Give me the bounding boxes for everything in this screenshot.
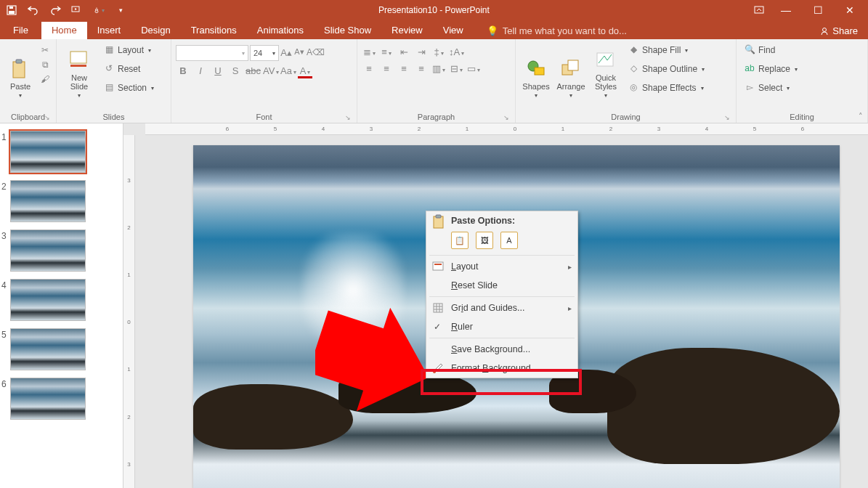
undo-icon[interactable]	[28, 4, 39, 16]
clear-formatting-icon[interactable]: A⌫	[307, 47, 318, 59]
align-right-button[interactable]: ≡	[397, 63, 411, 74]
tab-transitions[interactable]: Transitions	[181, 22, 247, 39]
change-case-button[interactable]: Aa	[280, 65, 295, 78]
shape-fill-button[interactable]: ◆Shape Fill▾	[625, 42, 707, 58]
font-color-button[interactable]: A	[298, 65, 312, 78]
svg-rect-14	[597, 53, 613, 66]
start-from-beginning-icon[interactable]	[71, 4, 83, 16]
slide-thumbnail[interactable]: 6	[10, 378, 113, 420]
format-painter-icon[interactable]: 🖌	[39, 74, 51, 86]
tell-me-search[interactable]: 💡 Tell me what you want to do...	[481, 23, 633, 39]
replace-button[interactable]: abReplace▾	[741, 61, 800, 77]
paste-text-icon[interactable]: A	[500, 232, 518, 249]
customize-qat-icon[interactable]: ▾	[115, 4, 126, 16]
align-center-button[interactable]: ≡	[379, 63, 394, 74]
editing-group-label: Editing	[741, 111, 863, 123]
slide-thumbnail-panel[interactable]: 1 2 3 4 5 6	[0, 123, 123, 488]
paste-button[interactable]: Paste ▾	[4, 42, 36, 100]
font-name-combo[interactable]: ▾	[176, 45, 248, 61]
paste-dest-theme-icon[interactable]: 📋	[451, 232, 469, 249]
shapes-button[interactable]: Shapes▾	[520, 42, 552, 100]
bold-button[interactable]: B	[176, 65, 190, 78]
slide-thumbnail[interactable]: 3	[10, 229, 113, 272]
svg-rect-6	[13, 62, 25, 78]
section-button[interactable]: ▤Section▾	[100, 80, 157, 96]
quick-styles-button[interactable]: Quick Styles▾	[590, 42, 622, 100]
slide-thumbnail[interactable]: 1	[10, 131, 113, 173]
minimize-button[interactable]: —	[775, 4, 797, 16]
shape-outline-button[interactable]: ◇Shape Outline▾	[625, 61, 707, 77]
ctx-ruler[interactable]: ✓ Ruler	[426, 317, 577, 336]
bullets-button[interactable]: ≣	[362, 46, 376, 57]
current-slide[interactable]: Paste Options: 📋 🖼 A LLayoutayout▸ Reset…	[193, 145, 840, 488]
justify-button[interactable]: ≡	[414, 63, 429, 74]
copy-icon[interactable]: ⧉	[39, 60, 51, 71]
shadow-button[interactable]: S	[228, 65, 243, 78]
tab-file[interactable]: File	[0, 22, 41, 39]
paste-picture-icon[interactable]: 🖼	[476, 232, 493, 249]
shape-effects-button[interactable]: ◎Shape Effects▾	[625, 80, 707, 96]
menu-bar: File Home Insert Design Transitions Anim…	[0, 20, 868, 39]
select-button[interactable]: ▻Select▾	[741, 80, 800, 96]
save-icon[interactable]	[6, 4, 17, 16]
decrease-indent-button[interactable]: ⇤	[397, 46, 411, 57]
slide-number: 2	[1, 182, 7, 192]
font-size-combo[interactable]: 24▾	[250, 45, 279, 61]
line-spacing-button[interactable]: ‡	[431, 46, 446, 57]
ctx-save-background[interactable]: Save Background...	[426, 340, 577, 359]
svg-rect-8	[70, 52, 86, 63]
reset-button[interactable]: ↺Reset	[100, 61, 157, 77]
numbering-button[interactable]: ≡	[379, 46, 394, 57]
paste-options-header: Paste Options:	[426, 211, 577, 229]
align-left-button[interactable]: ≡	[362, 63, 376, 74]
redo-icon[interactable]	[49, 4, 61, 16]
smartart-button[interactable]: ▭	[466, 63, 481, 74]
tab-review[interactable]: Review	[381, 22, 433, 39]
share-button[interactable]: Share	[809, 23, 868, 39]
italic-button[interactable]: I	[193, 65, 208, 78]
arrange-button[interactable]: Arrange▾	[555, 42, 587, 100]
close-button[interactable]: ✕	[839, 4, 861, 16]
slide-number: 1	[1, 132, 7, 142]
context-menu: Paste Options: 📋 🖼 A LLayoutayout▸ Reset…	[426, 211, 578, 378]
slide-number: 3	[1, 231, 7, 241]
slide-canvas[interactable]: 6543210123456 3210123	[123, 123, 868, 488]
cut-icon[interactable]: ✂	[39, 45, 51, 57]
annotation-arrow	[315, 305, 431, 414]
ctx-layout[interactable]: LLayoutayout▸	[426, 257, 577, 276]
increase-font-icon[interactable]: A▴	[280, 47, 292, 59]
slide-thumbnail[interactable]: 4	[10, 279, 113, 321]
tab-home[interactable]: Home	[41, 22, 87, 39]
ctx-format-background[interactable]: Format Background...	[426, 359, 577, 378]
maximize-button[interactable]: ☐	[807, 4, 829, 16]
svg-rect-1	[9, 11, 15, 14]
columns-button[interactable]: ▥	[431, 63, 446, 74]
tab-animations[interactable]: Animations	[247, 22, 314, 39]
decrease-font-icon[interactable]: A▾	[293, 47, 305, 59]
char-spacing-button[interactable]: AV	[263, 65, 277, 78]
svg-rect-16	[436, 215, 441, 218]
new-slide-button[interactable]: New Slide ▾	[61, 42, 97, 100]
underline-button[interactable]: U	[211, 65, 225, 78]
svg-rect-19	[434, 304, 442, 312]
ctx-grid-guides[interactable]: Grid and Guides...▸	[426, 298, 577, 317]
slides-group-label: Slides	[61, 111, 166, 123]
slide-thumbnail[interactable]: 2	[10, 180, 113, 222]
text-direction-button[interactable]: ↕A	[449, 46, 463, 57]
ctx-reset-slide[interactable]: Reset Slide	[426, 276, 577, 295]
increase-indent-button[interactable]: ⇥	[414, 46, 429, 57]
tab-view[interactable]: View	[433, 22, 474, 39]
align-text-button[interactable]: ⊟	[449, 63, 463, 74]
find-button[interactable]: 🔍Find	[741, 42, 800, 58]
slide-thumbnail[interactable]: 5	[10, 328, 113, 370]
collapse-ribbon-icon[interactable]: ˄	[859, 112, 863, 121]
layout-button[interactable]: ▦Layout▾	[100, 42, 157, 58]
tab-slideshow[interactable]: Slide Show	[314, 22, 381, 39]
strikethrough-button[interactable]: abc	[246, 65, 260, 78]
editor-area: 1 2 3 4 5 6 6543210123456	[0, 123, 868, 488]
ribbon-display-options-icon[interactable]	[753, 4, 765, 16]
touch-mode-icon[interactable]	[93, 4, 105, 16]
horizontal-ruler: 6543210123456	[145, 123, 868, 135]
tab-insert[interactable]: Insert	[87, 22, 131, 39]
tab-design[interactable]: Design	[131, 22, 180, 39]
